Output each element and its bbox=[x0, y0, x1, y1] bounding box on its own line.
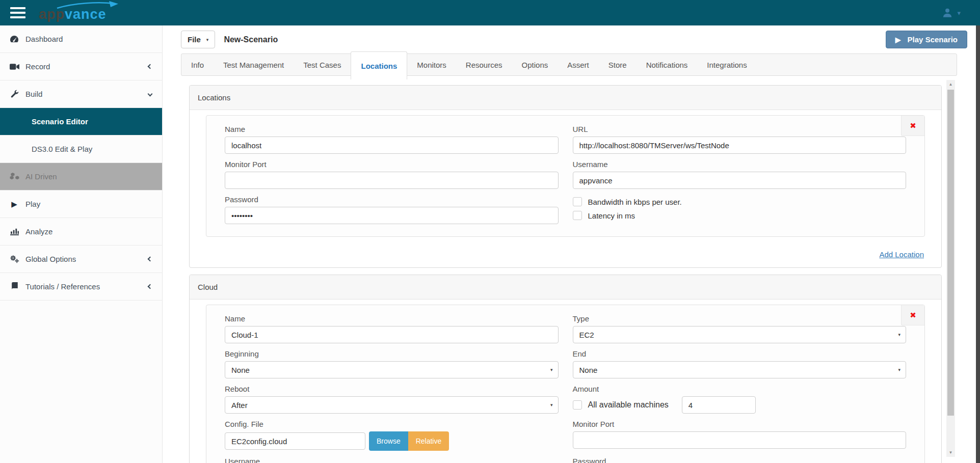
cubes-icon bbox=[8, 172, 20, 181]
cloud-username-field: Username bbox=[225, 451, 559, 463]
cloud-type-select[interactable]: EC2 ▾ bbox=[573, 326, 907, 343]
scenario-toolbar: File ▾ New-Scenario ▶ Play Scenario bbox=[163, 25, 976, 53]
cloud-end-field: End None ▾ bbox=[573, 343, 907, 378]
amount-label: Amount bbox=[573, 385, 907, 393]
scenario-title: New-Scenario bbox=[224, 35, 278, 44]
play-scenario-label: Play Scenario bbox=[908, 35, 958, 44]
chevron-down-icon: ▾ bbox=[550, 367, 553, 372]
sidebar-item-build[interactable]: Build bbox=[0, 80, 162, 108]
sidebar: Dashboard Record Build Scenario Editor D… bbox=[0, 25, 163, 463]
sidebar-item-tutorials-references[interactable]: Tutorials / References bbox=[0, 273, 162, 301]
delete-location-button[interactable]: ✖ bbox=[901, 116, 924, 136]
book-icon bbox=[8, 282, 20, 291]
tab-monitors[interactable]: Monitors bbox=[407, 54, 456, 75]
chevron-left-icon bbox=[148, 257, 153, 262]
location-username-field: Username bbox=[573, 154, 907, 189]
sidebar-item-ds30-edit-play[interactable]: DS3.0 Edit & Play bbox=[0, 135, 162, 163]
locations-panel: Locations Name URL Monitor Port Username bbox=[189, 85, 942, 268]
cloud-reboot-field: Reboot After ▾ bbox=[225, 378, 559, 414]
cloud-amount-field: Amount All available machines bbox=[573, 378, 907, 414]
cloud-reboot-value: After bbox=[231, 401, 248, 410]
user-menu[interactable]: ▾ bbox=[942, 8, 970, 18]
content-scrollbar[interactable]: ▲ ▼ bbox=[946, 80, 955, 457]
scroll-up-arrow-icon[interactable]: ▲ bbox=[946, 80, 955, 89]
sidebar-item-play[interactable]: ▶ Play bbox=[0, 190, 162, 218]
sidebar-item-dashboard[interactable]: Dashboard bbox=[0, 25, 162, 53]
location-username-input[interactable] bbox=[573, 172, 907, 189]
scrollbar-thumb[interactable] bbox=[947, 90, 954, 416]
cloud-name-input[interactable] bbox=[225, 326, 559, 343]
sidebar-item-ai-driven[interactable]: AI Driven bbox=[0, 163, 162, 190]
chevron-down-icon: ▾ bbox=[206, 37, 209, 42]
dashboard-gauge-icon bbox=[8, 35, 20, 43]
delete-cloud-button[interactable]: ✖ bbox=[901, 305, 924, 325]
tab-options[interactable]: Options bbox=[512, 54, 558, 75]
bandwidth-checkbox-label: Bandwidth in kbps per user. bbox=[588, 198, 682, 206]
cloud-name-field: Name bbox=[225, 308, 559, 343]
sidebar-item-label: Build bbox=[25, 90, 42, 98]
play-scenario-button[interactable]: ▶ Play Scenario bbox=[886, 31, 967, 48]
latency-checkbox-row: Latency in ms bbox=[573, 211, 907, 220]
location-name-input[interactable] bbox=[225, 137, 559, 154]
browse-button[interactable]: Browse bbox=[369, 431, 408, 451]
sidebar-item-label: Play bbox=[25, 200, 40, 208]
file-menu-button[interactable]: File ▾ bbox=[181, 31, 215, 48]
sidebar-item-label: DS3.0 Edit & Play bbox=[32, 145, 92, 153]
cloud-reboot-select[interactable]: After ▾ bbox=[225, 396, 559, 414]
location-url-input[interactable] bbox=[573, 137, 907, 154]
sidebar-item-label: Scenario Editor bbox=[32, 117, 88, 126]
tab-notifications[interactable]: Notifications bbox=[637, 54, 698, 75]
sidebar-item-record[interactable]: Record bbox=[0, 53, 162, 80]
add-location-link[interactable]: Add Location bbox=[879, 250, 924, 259]
monitor-port-label: Monitor Port bbox=[573, 420, 907, 428]
cloud-beginning-field: Beginning None ▾ bbox=[225, 343, 559, 378]
tab-test-management[interactable]: Test Management bbox=[214, 54, 294, 75]
cloud-config-file-field: Config. File Browse Relative bbox=[225, 414, 559, 451]
window-scrollbar[interactable] bbox=[976, 0, 980, 463]
wrench-icon bbox=[8, 90, 20, 98]
chevron-down-icon: ▾ bbox=[550, 402, 553, 407]
sidebar-item-global-options[interactable]: Global Options bbox=[0, 246, 162, 273]
name-label: Name bbox=[225, 125, 559, 133]
tab-resources[interactable]: Resources bbox=[456, 54, 512, 75]
all-machines-checkbox[interactable] bbox=[573, 400, 582, 410]
cloud-end-select[interactable]: None ▾ bbox=[573, 361, 907, 378]
tab-locations[interactable]: Locations bbox=[351, 51, 407, 79]
config-file-label: Config. File bbox=[225, 420, 559, 428]
cloud-password-label: Password bbox=[573, 457, 907, 463]
chevron-down-icon: ▾ bbox=[898, 367, 900, 372]
sidebar-item-label: Analyze bbox=[25, 227, 52, 236]
relative-button[interactable]: Relative bbox=[408, 431, 449, 451]
location-password-input[interactable] bbox=[225, 207, 559, 224]
locations-tab-content: Locations Name URL Monitor Port Username bbox=[163, 85, 976, 463]
chevron-down-icon bbox=[148, 92, 153, 97]
cloud-monitor-port-input[interactable] bbox=[573, 431, 907, 449]
latency-checkbox-label: Latency in ms bbox=[588, 211, 635, 220]
cloud-panel: Cloud Name Type EC2 ▾ Beginning None bbox=[189, 275, 942, 463]
chevron-down-icon: ▾ bbox=[957, 9, 961, 17]
location-monitor-port-input[interactable] bbox=[225, 172, 559, 189]
cloud-amount-input[interactable] bbox=[682, 396, 756, 414]
tab-integrations[interactable]: Integrations bbox=[697, 54, 756, 75]
location-name-field: Name bbox=[225, 119, 559, 154]
cloud-beginning-select[interactable]: None ▾ bbox=[225, 361, 559, 378]
tab-assert[interactable]: Assert bbox=[558, 54, 599, 75]
monitor-port-label: Monitor Port bbox=[225, 160, 559, 169]
latency-checkbox[interactable] bbox=[573, 211, 582, 220]
bandwidth-checkbox[interactable] bbox=[573, 197, 582, 206]
sidebar-item-scenario-editor[interactable]: Scenario Editor bbox=[0, 108, 162, 135]
video-camera-icon bbox=[8, 63, 20, 70]
sidebar-item-analyze[interactable]: Analyze bbox=[0, 218, 162, 246]
tab-store[interactable]: Store bbox=[599, 54, 637, 75]
beginning-label: Beginning bbox=[225, 349, 559, 358]
tab-test-cases[interactable]: Test Cases bbox=[294, 54, 351, 75]
hamburger-menu-icon[interactable] bbox=[10, 7, 25, 18]
play-icon: ▶ bbox=[8, 200, 20, 209]
reboot-label: Reboot bbox=[225, 385, 559, 393]
password-label: Password bbox=[225, 195, 559, 204]
scroll-down-arrow-icon[interactable]: ▼ bbox=[946, 448, 955, 457]
app-logo: appvance bbox=[39, 5, 107, 21]
gears-icon bbox=[8, 255, 20, 263]
cloud-config-file-input[interactable] bbox=[225, 432, 365, 450]
tab-info[interactable]: Info bbox=[181, 54, 214, 75]
